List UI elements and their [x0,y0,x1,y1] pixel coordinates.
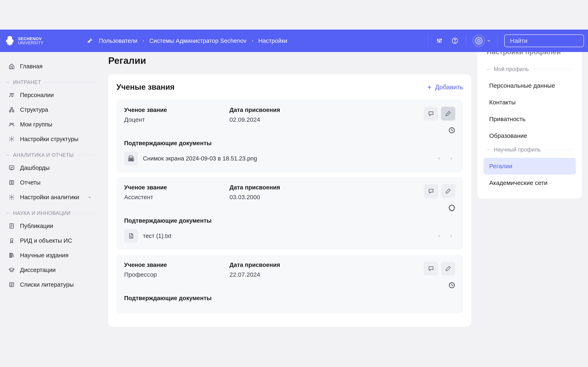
panel-item[interactable]: Приватность [484,111,576,127]
nav-dissertations[interactable]: Диссертации [6,263,94,277]
panel-item[interactable]: Контакты [484,94,576,111]
comment-button[interactable] [424,262,438,275]
nav-dashboards[interactable]: Дашборды [6,160,94,175]
main-content: Вернуться в профиль Регалии Ученые звани… [100,30,588,345]
svg-point-16 [12,93,13,95]
svg-point-24 [11,196,12,198]
nav-ip[interactable]: РИД и объекты ИС [6,233,94,248]
svg-point-6 [440,39,441,40]
user-menu[interactable] [473,35,491,47]
field-label: Ученое звание [124,262,221,268]
file-icon[interactable]: PNG [124,151,138,165]
nav-label: Научные издания [20,252,68,259]
pin-toggle-icon[interactable] [86,37,94,45]
file-name[interactable]: тест (1).txt [143,233,430,239]
clock-icon [448,282,455,289]
nav-structure[interactable]: Структура [6,102,94,117]
logo-text: SECHENOV UNIVERSITY [18,37,43,45]
nav-journals[interactable]: Научные издания [6,248,94,263]
svg-point-8 [455,42,455,42]
search-input[interactable] [510,37,588,44]
comment-icon [428,188,434,194]
record-item: Ученое звание Доцент Дата присвоения 02.… [116,100,463,172]
field-label: Дата присвоения [229,184,416,191]
help-icon[interactable] [450,36,459,45]
settings-sliders-icon[interactable] [435,36,444,45]
nav-label: Публикации [20,223,53,229]
nav-groups[interactable]: Мои группы [6,117,94,132]
document-icon [9,223,15,229]
field-label: Дата присвоения [229,262,416,268]
field-value: Ассистент [124,194,221,201]
svg-point-22 [11,138,12,140]
edit-icon [445,111,451,117]
users-icon [9,92,15,98]
nav-reports[interactable]: Отчеты [6,175,94,190]
prev-file-button[interactable] [435,232,443,240]
docs-label: Подтверждающие документы [124,140,455,147]
panel-item[interactable]: Персональные данные [484,77,576,94]
global-search[interactable] [504,34,584,47]
svg-rect-18 [9,111,11,112]
svg-rect-19 [12,111,14,112]
nav-label: Диссертации [20,267,56,273]
panel-item[interactable]: Академические сети [484,175,576,191]
panel-section-header: Мой профиль [484,66,576,72]
svg-text:PNG: PNG [129,159,133,161]
gear-icon [9,194,15,200]
award-icon [9,238,15,244]
nav-label: Персоналии [20,92,54,99]
field-value: 03.03.2000 [229,194,416,201]
nav-bibliographies[interactable]: Списки литературы [6,277,94,292]
panel-item[interactable]: Образование [484,127,576,144]
book-icon [9,179,15,185]
nav-label: Главная [20,63,43,70]
app-header: SECHENOV UNIVERSITY Пользователи Системы… [0,30,588,52]
add-button[interactable]: Добавить [426,83,463,91]
next-file-button[interactable] [447,232,455,240]
breadcrumb: Пользователи Системы Администратор Seche… [99,38,423,44]
edit-button[interactable] [441,262,455,275]
file-name[interactable]: Снимок экрана 2024-09-03 в 18.51.23.png [143,155,430,162]
gear-icon [9,136,15,142]
prev-file-button[interactable] [435,154,443,162]
nav-structure-settings[interactable]: Настройки структуры [6,132,94,146]
edit-button[interactable] [441,107,455,120]
svg-rect-17 [11,108,12,109]
nav-label: Дашборды [20,165,50,171]
next-file-button[interactable] [447,154,455,162]
divider [428,35,428,47]
home-icon [9,63,15,69]
svg-rect-30 [9,253,11,257]
nav-section-header: НАУКА И ИННОВАЦИИ [6,210,94,216]
graduation-icon [9,267,15,273]
nav-publications[interactable]: Публикации [6,218,94,233]
edit-button[interactable] [441,184,455,198]
nav-section-header: ИНТРАНЕТ [6,79,94,85]
library-icon [9,252,15,258]
card-title: Ученые звания [116,83,174,92]
header-actions [428,34,584,47]
clock-icon [448,127,455,134]
comment-icon [428,266,434,272]
svg-point-29 [10,239,13,241]
nav-personalii[interactable]: Персоналии [6,88,94,102]
panel-item[interactable]: Регалии [484,158,576,175]
list-icon [9,282,15,288]
field-label: Ученое звание [124,184,221,191]
svg-rect-31 [11,253,12,257]
comment-button[interactable] [424,184,438,198]
settings-panel: Настройки профилей Мой профильПерсональн… [477,38,582,199]
comment-button[interactable] [424,107,438,120]
file-icon[interactable] [124,229,138,243]
nav-label: РИД и объекты ИС [20,237,72,244]
breadcrumb-item[interactable]: Системы Администратор Sechenov [149,38,246,44]
nav-label: Отчеты [20,179,40,186]
chevron-right-icon [141,39,145,43]
logo-block: SECHENOV UNIVERSITY [4,35,94,47]
nav-home[interactable]: Главная [6,59,94,74]
breadcrumb-item[interactable]: Пользователи [99,38,138,44]
breadcrumb-item[interactable]: Настройки [258,38,287,44]
field-label: Дата присвоения [229,107,416,113]
nav-analytics-settings[interactable]: Настройки аналитики [6,190,94,205]
